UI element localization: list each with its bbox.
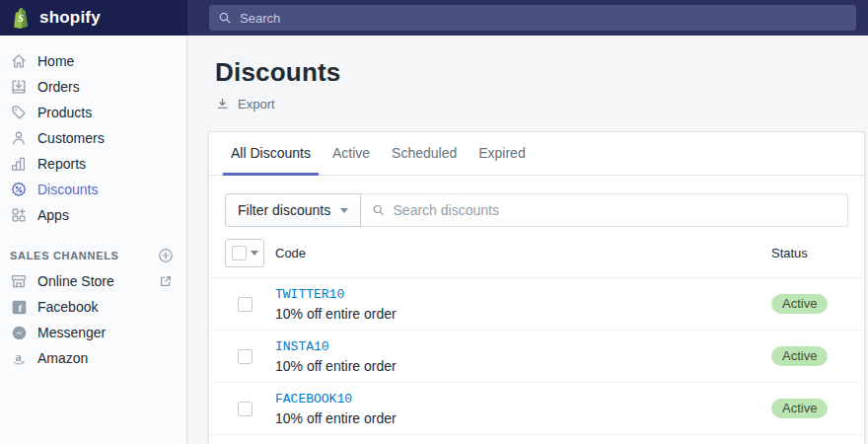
sidebar-item-facebook[interactable]: f Facebook (0, 294, 186, 320)
sidebar-item-label: Customers (37, 130, 175, 146)
discounts-card: All Discounts Active Scheduled Expired F… (208, 131, 865, 444)
sales-channels-header: SALES CHANNELS (0, 243, 186, 268)
column-header-status: Status (771, 246, 848, 260)
discount-code-link[interactable]: FACEBOOK10 (275, 392, 352, 407)
sidebar-item-label: Messenger (37, 325, 175, 340)
filter-discounts-button[interactable]: Filter discounts (225, 193, 361, 227)
sidebar-item-label: Products (37, 105, 175, 120)
tab-all-discounts[interactable]: All Discounts (223, 132, 319, 176)
tab-label: Active (332, 145, 370, 161)
discount-code-link[interactable]: TWITTER10 (275, 287, 344, 302)
shopify-logo[interactable]: S shopify (0, 0, 187, 36)
export-label: Export (238, 97, 275, 111)
facebook-icon: f (10, 298, 28, 316)
table-row[interactable]: FACEBOOK10 10% off entire order Active (209, 383, 864, 435)
sidebar-item-label: Orders (37, 79, 175, 95)
chevron-down-icon (340, 208, 348, 213)
page-title: Discounts (215, 57, 865, 88)
discount-search[interactable] (361, 193, 848, 227)
discount-code-link[interactable]: INSTA10 (275, 339, 329, 354)
sidebar-item-customers[interactable]: Customers (0, 125, 186, 151)
discount-description: 10% off entire order (275, 410, 771, 426)
status-badge: Active (771, 294, 828, 314)
status-badge: Active (771, 399, 828, 418)
amazon-icon: a (10, 349, 28, 367)
download-icon (215, 97, 230, 111)
search-icon (218, 11, 232, 25)
messenger-icon (10, 324, 28, 341)
row-checkbox[interactable] (238, 349, 253, 364)
table-header: Code Status (209, 227, 864, 278)
sidebar-item-label: Apps (37, 207, 175, 223)
sidebar-item-label: Amazon (37, 350, 175, 366)
sidebar-item-label: Discounts (37, 182, 175, 197)
topbar-main (187, 0, 868, 36)
home-icon (10, 52, 28, 70)
column-header-code: Code (275, 246, 771, 260)
sales-channels-title: SALES CHANNELS (10, 250, 119, 261)
svg-text:f: f (18, 302, 22, 314)
sidebar-item-online-store[interactable]: Online Store (0, 268, 186, 294)
external-link-icon[interactable] (157, 272, 175, 290)
global-search[interactable] (209, 5, 856, 31)
table-row[interactable]: TWITTER10 10% off entire order Active (209, 278, 864, 331)
discount-description: 10% off entire order (275, 306, 771, 322)
sidebar-item-reports[interactable]: Reports (0, 151, 186, 177)
orders-icon (10, 78, 28, 96)
row-checkbox[interactable] (238, 402, 253, 416)
filter-row: Filter discounts (209, 176, 864, 227)
select-all-checkbox[interactable] (232, 246, 247, 260)
sidebar-item-label: Reports (37, 156, 175, 172)
tab-label: Scheduled (392, 145, 457, 161)
sidebar-item-label: Facebook (37, 299, 175, 315)
chevron-down-icon (251, 251, 258, 256)
search-icon (372, 203, 385, 217)
tab-expired[interactable]: Expired (470, 132, 533, 176)
plus-circle-icon (157, 247, 175, 264)
sidebar-item-label: Home (37, 53, 175, 69)
discount-tabs: All Discounts Active Scheduled Expired (209, 132, 864, 176)
table-row[interactable]: INSTA10 10% off entire order Active (209, 331, 864, 383)
sidebar-item-home[interactable]: Home (0, 48, 186, 74)
apps-icon (10, 206, 28, 224)
tab-label: Expired (478, 145, 525, 161)
main-content: Discounts Export All Discounts Active Sc… (187, 36, 868, 444)
products-icon (10, 104, 28, 121)
shopify-wordmark: shopify (39, 8, 101, 28)
svg-text:S: S (18, 12, 24, 23)
export-button[interactable]: Export (215, 97, 275, 111)
tab-scheduled[interactable]: Scheduled (384, 132, 465, 176)
tab-label: All Discounts (231, 145, 311, 161)
online-store-icon (10, 272, 28, 290)
sidebar: Home Orders Products (0, 36, 187, 444)
global-search-input[interactable] (240, 11, 847, 26)
row-checkbox[interactable] (238, 297, 253, 312)
sidebar-item-apps[interactable]: Apps (0, 202, 186, 228)
filter-button-label: Filter discounts (238, 202, 330, 218)
topbar: S shopify (0, 0, 868, 36)
discount-description: 10% off entire order (275, 358, 771, 374)
sidebar-item-orders[interactable]: Orders (0, 74, 186, 100)
discounts-icon (10, 181, 28, 198)
discount-search-input[interactable] (394, 202, 836, 218)
status-badge: Active (771, 346, 828, 366)
sidebar-item-discounts[interactable]: Discounts (0, 177, 186, 202)
sidebar-item-label: Online Store (37, 273, 147, 289)
customers-icon (10, 129, 28, 147)
shopify-bag-icon: S (10, 6, 33, 31)
select-all-dropdown[interactable] (225, 239, 264, 267)
sidebar-item-products[interactable]: Products (0, 100, 186, 125)
reports-icon (10, 155, 28, 173)
svg-text:a: a (15, 350, 22, 364)
sidebar-item-amazon[interactable]: a Amazon (0, 345, 186, 371)
sidebar-item-messenger[interactable]: Messenger (0, 320, 186, 345)
tab-active[interactable]: Active (325, 132, 378, 176)
add-sales-channel-button[interactable] (157, 247, 175, 264)
